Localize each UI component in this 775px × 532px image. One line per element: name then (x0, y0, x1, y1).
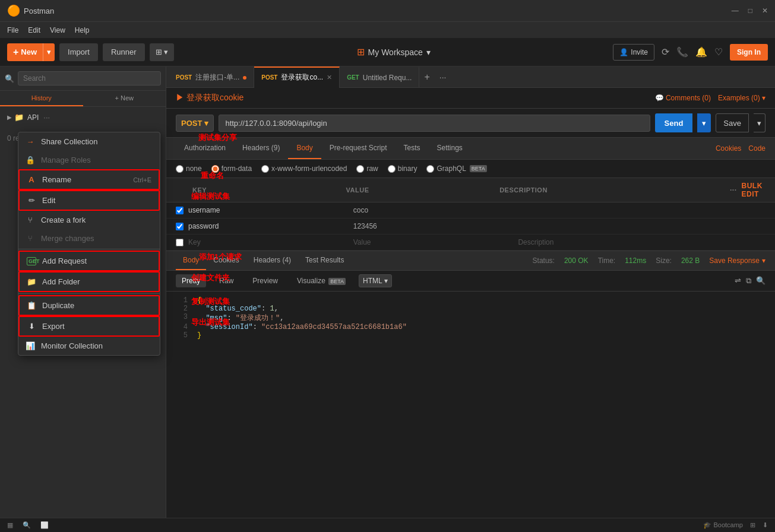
tabs-more-btn[interactable]: ··· (435, 72, 451, 82)
import-button[interactable]: Import (59, 43, 98, 61)
copy-icon[interactable]: ⧉ (746, 276, 751, 286)
phone-icon[interactable]: 📞 (676, 46, 688, 58)
collection-item[interactable]: ▶ 📁 API ··· (0, 109, 166, 125)
terminal-statusbar-icon[interactable]: ⬜ (40, 521, 49, 529)
ctx-add-request[interactable]: GET Add Request 添加1个请求 (18, 251, 160, 271)
layout-button[interactable]: ⊞ ▾ (150, 43, 175, 61)
row-3-checkbox[interactable] (176, 239, 184, 246)
menu-view[interactable]: View (50, 26, 65, 34)
radio-raw[interactable]: raw (356, 164, 378, 173)
tab-close-login[interactable]: ✕ (327, 74, 332, 81)
format-icon-1[interactable]: ⇌ (735, 276, 741, 286)
sidebar-tab-new[interactable]: + New (83, 91, 166, 106)
request-header: ▶ 登录获取cookie 💬 Comments (0) Examples (0)… (166, 88, 775, 109)
cookies-link[interactable]: Cookies (716, 144, 741, 153)
sync-icon[interactable]: ⟳ (662, 46, 669, 58)
search-response-icon[interactable]: 🔍 (756, 276, 765, 286)
more-params-icon[interactable]: ··· (730, 186, 737, 194)
ctx-monitor[interactable]: 📊 Monitor Collection (18, 337, 160, 355)
row-2-value: 123456 (353, 222, 518, 230)
examples-btn[interactable]: Examples (0) ▾ (718, 94, 765, 102)
url-input[interactable] (219, 115, 650, 132)
minimize-btn[interactable]: — (732, 7, 739, 15)
signin-button[interactable]: Sign In (730, 44, 768, 61)
bell-icon[interactable]: 🔔 (695, 46, 707, 58)
ctx-export[interactable]: ⬇ Export 导出测试集 (18, 316, 160, 337)
rename-shortcut: Ctrl+E (133, 176, 151, 183)
ctx-duplicate[interactable]: 📋 Duplicate 复制测试集 (18, 295, 160, 316)
tab-register[interactable]: POST 注册接口-单... (169, 66, 254, 88)
workspace-selector[interactable]: ⊞ My Workspace ▾ (357, 46, 431, 58)
radio-form-data[interactable]: form-data (211, 164, 252, 173)
req-tab-headers[interactable]: Headers (9) (234, 138, 288, 159)
ctx-edit[interactable]: ✏ Edit 编辑测试集 (18, 190, 160, 211)
line-num-2: 2 (176, 305, 188, 313)
req-tab-pre-request[interactable]: Pre-request Script (321, 138, 396, 159)
ctx-duplicate-label: Duplicate (42, 301, 74, 310)
format-preview-btn[interactable]: Preview (246, 274, 284, 287)
save-button[interactable]: Save (716, 113, 749, 132)
req-tab-authorization[interactable]: Authorization (176, 138, 234, 159)
menu-edit[interactable]: Edit (28, 26, 40, 34)
new-button-main[interactable]: + New (7, 47, 43, 58)
download-statusbar-icon[interactable]: ⬇ (763, 521, 768, 529)
method-select[interactable]: POST ▾ (176, 115, 214, 132)
new-button-dropdown[interactable]: ▾ (43, 43, 55, 61)
menu-help[interactable]: Help (75, 26, 90, 34)
format-visualize-btn[interactable]: Visualize BETA (291, 274, 352, 287)
res-tab-body[interactable]: Body (176, 251, 206, 270)
ctx-rename[interactable]: A Rename Ctrl+E 重命名 (18, 169, 160, 190)
res-tab-headers[interactable]: Headers (4) (246, 251, 298, 270)
code-link[interactable]: Code (748, 144, 765, 153)
collection-more-btn[interactable]: ··· (43, 113, 50, 122)
invite-button[interactable]: 👤 Invite (613, 44, 654, 61)
grid-statusbar-icon[interactable]: ⊞ (750, 521, 755, 529)
heart-icon[interactable]: ♡ (714, 46, 723, 58)
comments-btn[interactable]: 💬 Comments (0) (655, 94, 711, 102)
menu-file[interactable]: File (7, 26, 18, 34)
code-line-2: 2 "status_code": 1, (176, 305, 765, 313)
maximize-btn[interactable]: □ (748, 7, 752, 15)
new-button[interactable]: + New ▾ (7, 43, 55, 61)
get-icon: GET (27, 257, 36, 265)
radio-none[interactable]: none (176, 164, 202, 173)
radio-binary[interactable]: binary (388, 164, 417, 173)
send-button[interactable]: Send (655, 113, 693, 132)
ctx-add-folder[interactable]: 📁 Add Folder 创建文件夹 (18, 271, 160, 292)
ctx-fork-label: Create a fork (41, 216, 86, 224)
layout-statusbar-icon[interactable]: ▦ (7, 521, 13, 529)
ctx-rename-label: Rename (42, 175, 71, 184)
tab-untitled[interactable]: GET Untitled Requ... (340, 66, 419, 88)
ctx-create-fork[interactable]: ⑂ Create a fork (18, 211, 160, 229)
search-statusbar-icon[interactable]: 🔍 (23, 521, 31, 529)
tabs-add-btn[interactable]: + (419, 72, 434, 83)
ctx-manage-roles: 🔒 Manage Roles (18, 151, 160, 169)
radio-urlencoded[interactable]: x-www-form-urlencoded (261, 164, 347, 173)
collection-name: API (27, 113, 39, 122)
ctx-divider-2 (18, 293, 160, 294)
radio-graphql[interactable]: GraphQLBETA (426, 164, 486, 173)
bootcamp-item[interactable]: 🎓 Bootcamp (703, 521, 743, 529)
req-tab-settings[interactable]: Settings (428, 138, 470, 159)
req-tab-tests[interactable]: Tests (395, 138, 428, 159)
sidebar-tabs: History + New (0, 91, 166, 107)
bulk-edit-btn[interactable]: Bulk Edit (742, 182, 765, 198)
sidebar-tab-history[interactable]: History (0, 91, 83, 106)
runner-button[interactable]: Runner (103, 43, 145, 61)
send-dropdown-button[interactable]: ▾ (697, 113, 711, 132)
format-pretty-btn[interactable]: Pretty (176, 274, 206, 287)
format-raw-btn[interactable]: Raw (213, 274, 239, 287)
res-tab-cookies[interactable]: Cookies (206, 251, 246, 270)
format-type-select[interactable]: HTML ▾ (359, 274, 392, 287)
close-btn[interactable]: ✕ (762, 7, 768, 15)
ctx-share-collection[interactable]: → Share Collection 测试集分享 (18, 132, 160, 151)
req-tab-body[interactable]: Body (288, 138, 321, 159)
res-tab-test-results[interactable]: Test Results (298, 251, 351, 270)
row-2-checkbox[interactable] (176, 223, 184, 230)
statusbar: ▦ 🔍 ⬜ 🎓 Bootcamp ⊞ ⬇ (0, 518, 775, 532)
tab-login[interactable]: POST 登录获取co... ✕ (254, 66, 340, 88)
search-input[interactable] (18, 71, 161, 86)
row-1-checkbox[interactable] (176, 207, 184, 214)
save-response-btn[interactable]: Save Response ▾ (709, 256, 765, 265)
save-dropdown-button[interactable]: ▾ (754, 113, 765, 132)
